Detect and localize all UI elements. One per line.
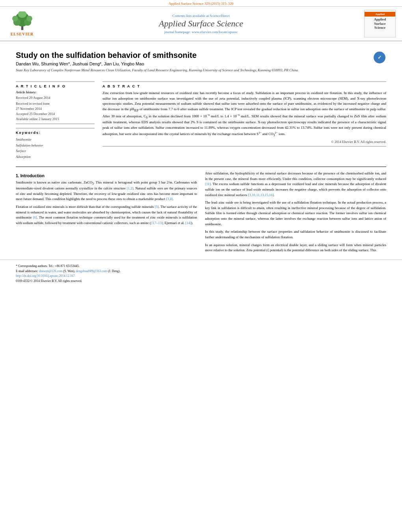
abstract-box: A B S T R A C T Zinc extraction from low…: [102, 82, 386, 146]
intro-heading: 1. Introduction: [16, 173, 197, 178]
journal-citation-bar: Applied Surface Science 329 (2015) 315–3…: [0, 0, 402, 7]
elsevier-logo: ELSEVIER: [6, 11, 38, 36]
body-two-columns: 1. Introduction Smithsonite is known as …: [16, 171, 386, 256]
intro-heading-text: 1. Introduction: [16, 173, 45, 178]
article-title: Study on the sulfidation behavior of smi…: [16, 51, 370, 60]
journal-header: ELSEVIER Contents lists available at Sci…: [0, 7, 402, 41]
article-info-title: A R T I C L E I N F O: [16, 84, 95, 88]
journal-center-header: Contents lists available at ScienceDirec…: [38, 14, 364, 34]
issn-line: 0169-4332/© 2014 Elsevier B.V. All right…: [16, 279, 386, 284]
sciencedirect-link[interactable]: ScienceDirect: [210, 14, 229, 18]
journal-logo-right: Applied AppliedSurfaceScience: [364, 10, 396, 37]
footnote-star: * Corresponding authors. Tel.: +86 871 6…: [16, 264, 386, 269]
keyword-sulfidation: Sulfidation behavior: [16, 143, 95, 148]
intro-para-4: The lead–zinc oxide ore is being investi…: [205, 200, 386, 227]
contents-available-line: Contents lists available at ScienceDirec…: [38, 14, 364, 18]
journal-title: Applied Surface Science: [38, 19, 364, 29]
intro-para-1: Smithsonite is known as native zinc carb…: [16, 180, 197, 202]
svg-point-4: [12, 15, 18, 21]
keyword-smithsonite: Smithsonite: [16, 137, 95, 142]
svg-point-5: [26, 15, 32, 21]
accepted-date: Accepted 25 December 2014: [16, 111, 95, 117]
section-divider: [16, 167, 386, 167]
logo-top-bar: Applied: [365, 12, 395, 17]
keywords-title: Keywords:: [16, 131, 95, 135]
info-abstract-columns: A R T I C L E I N F O Article history: R…: [16, 82, 386, 162]
homepage-line: journal homepage: www.elsevier.com/locat…: [38, 30, 364, 34]
homepage-text: journal homepage:: [164, 30, 191, 34]
email2-name: (J. Deng).: [108, 269, 121, 273]
affiliation-text: State Key Laboratory of Complex Nonferro…: [16, 68, 298, 72]
title-authors-block: Study on the sulfidation behavior of smi…: [16, 51, 370, 76]
keyword-adsorption: Adsorption: [16, 154, 95, 159]
intro-para-6: In an aqueous solution, mineral charges …: [205, 243, 386, 253]
keyword-surface: Surface: [16, 148, 95, 154]
journal-citation-text: Applied Surface Science 329 (2015) 315–3…: [169, 2, 234, 6]
logo-journal-name: AppliedSurfaceScience: [372, 17, 388, 31]
main-content: Study on the sulfidation behavior of smi…: [0, 41, 402, 260]
homepage-link[interactable]: www.elsevier.com/locate/apsusc: [192, 30, 238, 34]
elsevier-label-text: ELSEVIER: [11, 32, 34, 36]
intro-para-2: Flotation of oxidized zinc minerals is m…: [16, 204, 197, 226]
email2-link[interactable]: dengshuai689@163.com: [76, 269, 107, 273]
contents-text: Contents lists available at: [173, 14, 209, 18]
authors-text: Dandan Wu, Shuming Wen*, Jiushuai Deng*,…: [16, 61, 144, 66]
abstract-text: Zinc extraction from low-grade mineral r…: [102, 91, 386, 138]
article-title-section: Study on the sulfidation behavior of smi…: [16, 45, 386, 78]
crossmark-circle: ✓: [374, 52, 385, 63]
received-date: Received 29 August 2014: [16, 95, 95, 100]
article-info-box: A R T I C L E I N F O Article history: R…: [16, 82, 95, 124]
doi-line: http://dx.doi.org/10.1016/j.apsusc.2014.…: [16, 274, 386, 279]
left-column: A R T I C L E I N F O Article history: R…: [16, 82, 95, 162]
abstract-title: A B S T R A C T: [102, 84, 386, 88]
right-column: A B S T R A C T Zinc extraction from low…: [102, 82, 386, 162]
keywords-box: Keywords: Smithsonite Sulfidation behavi…: [16, 128, 95, 162]
revised-date: Received in revised form27 November 2014: [16, 101, 95, 111]
article-authors: Dandan Wu, Shuming Wen*, Jiushuai Deng*,…: [16, 61, 370, 66]
article-affiliation: State Key Laboratory of Complex Nonferro…: [16, 68, 370, 73]
email1-name: (S. Wen),: [63, 269, 75, 273]
email-label: E-mail addresses:: [16, 269, 38, 273]
doi-link[interactable]: http://dx.doi.org/10.1016/j.apsusc.2014.…: [16, 274, 75, 278]
body-col-right: After sulfidation, the hydrophilicity of…: [205, 171, 386, 256]
email1-link[interactable]: shuwen@126.com: [39, 269, 63, 273]
copyright-line: © 2014 Elsevier B.V. All rights reserved…: [102, 140, 386, 144]
body-col-left: 1. Introduction Smithsonite is known as …: [16, 171, 197, 256]
intro-para-3: After sulfidation, the hydrophilicity of…: [205, 171, 386, 198]
logo-lines: [379, 31, 381, 35]
footer-notes: * Corresponding authors. Tel.: +86 871 6…: [16, 264, 386, 284]
online-date: Available online 2 January 2015: [16, 117, 95, 122]
elsevier-tree-icon: [11, 11, 33, 31]
footer-area: * Corresponding authors. Tel.: +86 871 6…: [0, 260, 402, 287]
crossmark-badge: ✓: [374, 52, 386, 64]
history-label: Article history:: [16, 90, 95, 94]
intro-para-5: In this study, the relationship between …: [205, 229, 386, 240]
footnote-email: E-mail addresses: shuwen@126.com (S. Wen…: [16, 269, 386, 274]
